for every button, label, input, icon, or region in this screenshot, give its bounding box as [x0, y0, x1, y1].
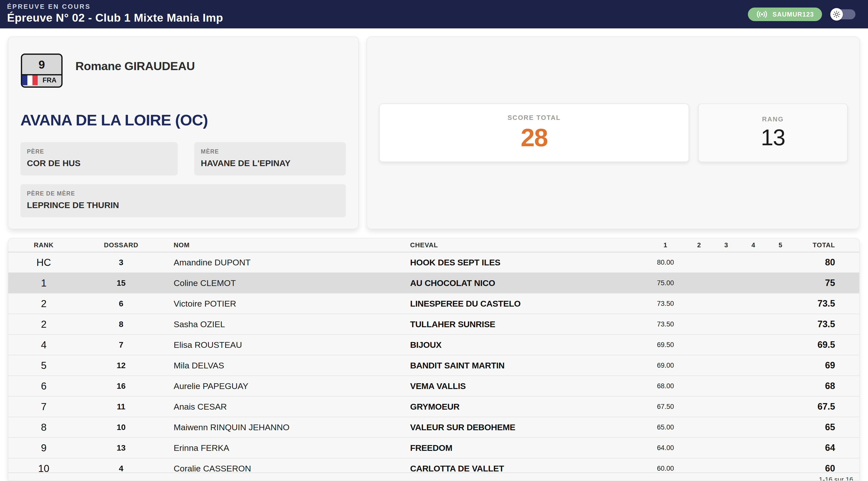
cell-dossard: 7 — [79, 340, 163, 350]
cell-dossard: 4 — [79, 464, 163, 473]
cell-nom: Coralie CASSERON — [163, 464, 410, 474]
column-header-score1: 1 — [645, 241, 686, 249]
broadcast-icon — [756, 10, 768, 18]
cell-total: 64 — [794, 443, 860, 453]
cell-nom: Maiwenn RINQUIN JEHANNO — [163, 422, 410, 432]
score-panel: SCORE TOTAL 28 RANG 13 — [367, 36, 860, 229]
cell-score1: 73.50 — [645, 321, 686, 328]
pedigree-damsire-value: LEPRINCE DE THURIN — [27, 200, 339, 210]
cell-cheval: FREEDOM — [410, 443, 645, 453]
top-bar: ÉPREUVE EN COURS Épreuve N° 02 - Club 1 … — [0, 0, 868, 28]
cell-dossard: 15 — [79, 278, 163, 288]
cell-score1: 64.00 — [645, 444, 686, 452]
cell-total: 69.5 — [794, 339, 860, 350]
cell-dossard: 11 — [79, 402, 163, 411]
score-total-value: 28 — [521, 123, 548, 152]
cell-total: 80 — [794, 257, 860, 268]
pedigree-sire-label: PÈRE — [27, 148, 171, 155]
rider-bib-number: 9 — [22, 55, 61, 76]
cell-total: 67.5 — [794, 401, 860, 412]
rider-country: FRA — [38, 76, 61, 85]
table-row[interactable]: 2 8 Sasha OZIEL TULLAHER SUNRISE 73.50 7… — [8, 314, 859, 335]
rank-card: RANG 13 — [698, 103, 848, 162]
cell-rank: 1 — [8, 277, 79, 289]
column-header-dossard: DOSSARD — [79, 241, 163, 249]
cell-nom: Elisa ROUSTEAU — [163, 340, 410, 350]
table-row[interactable]: 8 10 Maiwenn RINQUIN JEHANNO VALEUR SUR … — [8, 417, 859, 438]
pedigree-sire-box: PÈRE COR DE HUS — [20, 142, 178, 175]
table-row[interactable]: 2 6 Victoire POTIER LINESPEREE DU CASTEL… — [8, 294, 859, 314]
cell-dossard: 13 — [79, 443, 163, 453]
rider-bib-bottom: FRA — [22, 76, 61, 85]
cell-rank: 8 — [8, 422, 79, 433]
pedigree-dam-value: HAVANE DE L'EPINAY — [201, 158, 339, 168]
cell-rank: 4 — [8, 339, 79, 351]
table-row[interactable]: 7 11 Anais CESAR GRYMOEUR 67.50 67.5 — [8, 396, 859, 417]
table-row[interactable]: 6 16 Aurelie PAPEGUAY VEMA VALLIS 68.00 … — [8, 376, 859, 396]
cell-nom: Amandine DUPONT — [163, 258, 410, 267]
cell-total: 60 — [794, 463, 860, 474]
cell-total: 65 — [794, 422, 860, 432]
cell-rank: HC — [8, 257, 79, 268]
cell-cheval: GRYMOEUR — [410, 402, 645, 412]
rider-card: 9 FRA Romane GIRAUDEAU AVANA DE LA LOIRE… — [8, 36, 359, 229]
stream-badge[interactable]: SAUMUR123 — [748, 7, 822, 21]
cell-score1: 60.00 — [645, 465, 686, 473]
cell-dossard: 16 — [79, 382, 163, 391]
cell-nom: Erinna FERKA — [163, 443, 410, 453]
cell-cheval: CARLOTTA DE VALLET — [410, 464, 645, 474]
cell-rank: 2 — [8, 298, 79, 309]
results-table: RANK DOSSARD NOM CHEVAL 1 2 3 4 5 TOTAL … — [8, 238, 860, 481]
cell-cheval: HOOK DES SEPT ILES — [410, 258, 645, 267]
rank-label: RANG — [762, 115, 784, 123]
cell-cheval: LINESPEREE DU CASTELO — [410, 299, 645, 309]
cell-score1: 69.50 — [645, 341, 686, 349]
cell-cheval: BANDIT SAINT MARTIN — [410, 361, 645, 370]
pedigree-damsire-label: PÈRE DE MÈRE — [27, 190, 339, 197]
stream-badge-label: SAUMUR123 — [773, 11, 814, 18]
cell-cheval: TULLAHER SUNRISE — [410, 320, 645, 329]
cell-dossard: 8 — [79, 320, 163, 329]
cell-score1: 75.00 — [645, 279, 686, 287]
table-row[interactable]: 4 7 Elisa ROUSTEAU BIJOUX 69.50 69.5 — [8, 335, 859, 355]
pedigree-dam-label: MÈRE — [201, 148, 339, 155]
cell-total: 68 — [794, 381, 860, 391]
theme-toggle-knob — [830, 8, 843, 21]
cell-dossard: 12 — [79, 361, 163, 370]
theme-toggle[interactable] — [830, 8, 856, 21]
column-header-score2: 2 — [686, 241, 713, 249]
pedigree-damsire-box: PÈRE DE MÈRE LEPRINCE DE THURIN — [20, 184, 346, 217]
cell-cheval: AU CHOCOLAT NICO — [410, 278, 645, 288]
cell-total: 75 — [794, 278, 860, 288]
cell-rank: 6 — [8, 381, 79, 392]
cell-score1: 69.00 — [645, 362, 686, 369]
table-row[interactable]: 9 13 Erinna FERKA FREEDOM 64.00 64 — [8, 438, 859, 458]
cell-nom: Sasha OZIEL — [163, 320, 410, 329]
table-row[interactable]: 5 12 Mila DELVAS BANDIT SAINT MARTIN 69.… — [8, 355, 859, 376]
pedigree-dam-box: MÈRE HAVANE DE L'EPINAY — [194, 142, 346, 175]
cell-dossard: 6 — [79, 299, 163, 308]
cell-rank: 5 — [8, 360, 79, 371]
results-table-header: RANK DOSSARD NOM CHEVAL 1 2 3 4 5 TOTAL — [8, 239, 859, 252]
horse-name: AVANA DE LA LOIRE (OC) — [20, 111, 208, 129]
cell-dossard: 10 — [79, 423, 163, 432]
column-header-cheval: CHEVAL — [410, 241, 645, 249]
event-status-label: ÉPREUVE EN COURS — [7, 3, 91, 10]
table-row[interactable]: HC 3 Amandine DUPONT HOOK DES SEPT ILES … — [8, 252, 859, 273]
cell-nom: Anais CESAR — [163, 402, 410, 412]
pagination-status: 1-16 sur 16 — [8, 473, 859, 481]
score-total-card: SCORE TOTAL 28 — [379, 103, 689, 162]
sun-icon — [833, 10, 840, 18]
event-title: Épreuve N° 02 - Club 1 Mixte Mania Imp — [7, 11, 223, 24]
cell-cheval: VALEUR SUR DEBOHEME — [410, 422, 645, 432]
cell-total: 73.5 — [794, 319, 860, 329]
cell-cheval: VEMA VALLIS — [410, 381, 645, 391]
cell-nom: Aurelie PAPEGUAY — [163, 381, 410, 391]
cell-rank: 2 — [8, 319, 79, 330]
pedigree-sire-value: COR DE HUS — [27, 158, 171, 168]
cell-score1: 80.00 — [645, 259, 686, 266]
cell-cheval: BIJOUX — [410, 340, 645, 350]
cell-rank: 9 — [8, 442, 79, 454]
column-header-score4: 4 — [740, 241, 767, 249]
table-row-selected[interactable]: 1 15 Coline CLEMOT AU CHOCOLAT NICO 75.0… — [8, 273, 859, 294]
